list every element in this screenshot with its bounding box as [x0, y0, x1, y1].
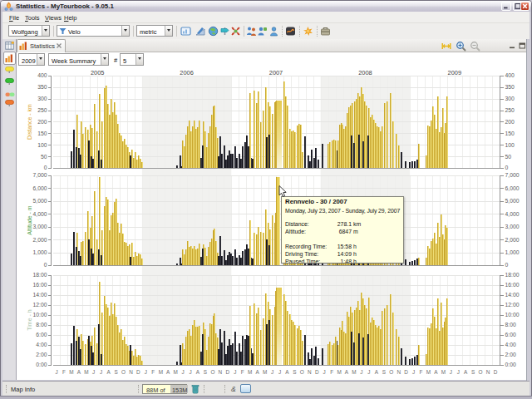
svg-text:M: M [441, 369, 446, 375]
svg-text:D: D [315, 369, 319, 375]
svg-text:D: D [494, 369, 498, 375]
svg-text:D: D [404, 369, 408, 375]
svg-text:J: J [457, 369, 460, 375]
svg-text:10:00: 10:00 [32, 312, 47, 318]
svg-text:D: D [225, 369, 229, 375]
svg-text:12:00: 12:00 [32, 302, 47, 308]
svg-text:A: A [375, 369, 379, 375]
svg-text:A: A [106, 369, 111, 375]
svg-text:1,000: 1,000 [505, 249, 520, 255]
svg-text:A: A [345, 369, 349, 375]
svg-text:100: 100 [505, 142, 515, 148]
svg-text:J: J [323, 369, 326, 375]
svg-text:100: 100 [37, 142, 47, 148]
svg-text:J: J [278, 369, 281, 375]
svg-text:6:00: 6:00 [36, 332, 47, 337]
svg-text:5,000: 5,000 [505, 198, 520, 204]
svg-text:2008: 2008 [358, 69, 372, 76]
svg-text:A: A [434, 369, 438, 375]
svg-text:2:00: 2:00 [505, 352, 516, 357]
svg-text:2,000: 2,000 [505, 237, 520, 243]
svg-text:N: N [129, 369, 133, 375]
svg-text:M: M [69, 369, 73, 375]
svg-text:S: S [382, 369, 386, 375]
svg-text:A: A [255, 369, 259, 375]
svg-text:5,000: 5,000 [32, 198, 47, 204]
svg-text:12:00: 12:00 [505, 302, 520, 308]
svg-text:M: M [352, 369, 356, 375]
svg-text:O: O [300, 369, 304, 375]
svg-text:8:00: 8:00 [36, 322, 47, 328]
svg-text:150: 150 [505, 131, 515, 136]
svg-text:Distance - km: Distance - km [27, 104, 32, 140]
svg-text:F: F [330, 369, 333, 375]
svg-text:S: S [293, 369, 296, 375]
svg-text:4:00: 4:00 [505, 342, 516, 347]
svg-text:J: J [271, 369, 273, 375]
svg-text:Time - h: Time - h [27, 309, 32, 331]
svg-text:3,000: 3,000 [505, 224, 520, 229]
svg-text:F: F [151, 369, 155, 375]
svg-text:O: O [479, 369, 483, 375]
svg-text:N: N [308, 369, 312, 375]
svg-text:50: 50 [505, 154, 512, 160]
svg-text:14:00: 14:00 [32, 292, 47, 298]
svg-text:14:00: 14:00 [505, 292, 520, 298]
svg-text:0:00: 0:00 [505, 362, 516, 367]
svg-text:6,000: 6,000 [32, 185, 47, 191]
svg-text:150: 150 [37, 131, 47, 136]
svg-text:300: 300 [505, 96, 515, 101]
svg-text:F: F [62, 369, 66, 375]
svg-text:N: N [397, 369, 401, 375]
svg-text:J: J [145, 369, 147, 375]
svg-text:350: 350 [37, 84, 47, 90]
svg-text:Altitude - m: Altitude - m [27, 205, 32, 235]
svg-text:50: 50 [41, 154, 47, 160]
svg-text:M: M [248, 369, 252, 375]
svg-text:7,000: 7,000 [32, 172, 47, 178]
svg-text:N: N [219, 369, 223, 375]
svg-text:200: 200 [505, 119, 515, 125]
svg-text:8:00: 8:00 [505, 322, 516, 328]
svg-text:250: 250 [505, 107, 515, 113]
svg-text:2007: 2007 [269, 69, 283, 76]
svg-text:16:00: 16:00 [505, 282, 520, 288]
svg-text:6:00: 6:00 [505, 332, 516, 337]
svg-text:0: 0 [505, 165, 509, 170]
svg-text:18:00: 18:00 [32, 272, 47, 278]
svg-text:O: O [389, 369, 393, 375]
svg-text:O: O [210, 369, 214, 375]
svg-text:J: J [55, 369, 57, 375]
svg-text:7,000: 7,000 [505, 172, 520, 178]
svg-text:2009: 2009 [448, 69, 461, 76]
svg-text:J: J [181, 369, 184, 375]
svg-text:J: J [189, 369, 191, 375]
svg-text:250: 250 [37, 107, 47, 113]
svg-text:A: A [166, 369, 170, 375]
svg-text:16:00: 16:00 [32, 282, 47, 288]
svg-text:M: M [174, 369, 178, 375]
svg-text:A: A [77, 369, 81, 375]
svg-text:4,000: 4,000 [32, 211, 47, 217]
svg-text:S: S [114, 369, 117, 375]
svg-text:4,000: 4,000 [505, 211, 520, 217]
svg-text:2:00: 2:00 [36, 352, 47, 357]
svg-text:A: A [285, 369, 289, 375]
svg-text:3,000: 3,000 [32, 224, 47, 229]
svg-text:J: J [367, 369, 370, 375]
svg-text:S: S [204, 369, 207, 375]
svg-text:1,000: 1,000 [32, 249, 47, 255]
svg-text:D: D [136, 369, 140, 375]
svg-text:0: 0 [44, 262, 47, 268]
svg-text:0: 0 [44, 165, 47, 170]
svg-text:F: F [241, 369, 244, 375]
svg-text:J: J [360, 369, 362, 375]
svg-text:A: A [464, 369, 468, 375]
svg-text:J: J [234, 369, 236, 375]
svg-text:200: 200 [37, 119, 47, 125]
svg-text:A: A [196, 369, 200, 375]
svg-text:4:00: 4:00 [36, 342, 47, 347]
svg-text:F: F [420, 369, 423, 375]
svg-text:J: J [412, 369, 415, 375]
svg-text:J: J [450, 369, 452, 375]
